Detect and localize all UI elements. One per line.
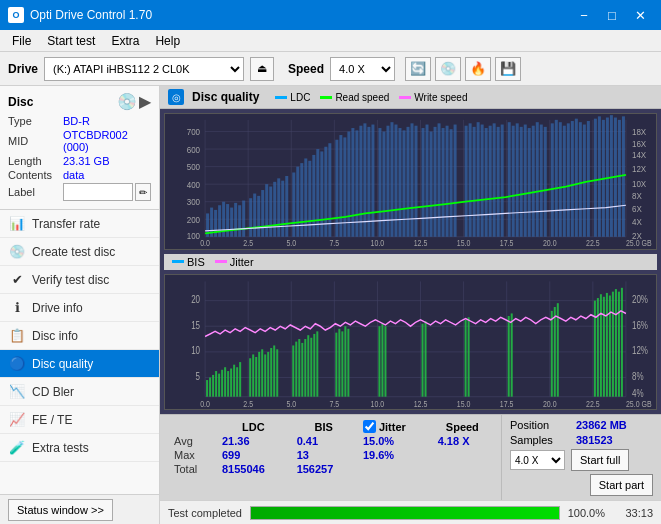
- svg-rect-183: [215, 371, 217, 397]
- speed-start-row: 4.0 X Start full: [510, 449, 653, 471]
- svg-text:5.0: 5.0: [286, 239, 296, 249]
- menubar: File Start test Extra Help: [0, 30, 661, 52]
- svg-text:12X: 12X: [632, 164, 646, 175]
- svg-rect-220: [425, 321, 427, 397]
- disc-info-icon[interactable]: 💿: [117, 92, 137, 111]
- svg-rect-209: [313, 333, 315, 396]
- svg-rect-118: [520, 127, 523, 237]
- status-window-btn[interactable]: Status window >>: [8, 499, 113, 521]
- start-full-button[interactable]: Start full: [571, 449, 629, 471]
- position-label: Position: [510, 419, 570, 431]
- sidebar-item-fe-te[interactable]: 📈 FE / TE: [0, 406, 159, 434]
- label-input[interactable]: [63, 183, 133, 201]
- sidebar: Disc 💿 ▶ Type BD-R MID OTCBDR002 (000) L…: [0, 86, 160, 524]
- sidebar-item-transfer-rate[interactable]: 📊 Transfer rate: [0, 210, 159, 238]
- svg-rect-56: [249, 198, 252, 237]
- stats-bar: LDC BIS Jitter Speed Avg 21.36: [160, 414, 661, 500]
- svg-rect-58: [257, 196, 260, 237]
- jitter-checkbox[interactable]: [363, 420, 376, 433]
- legend-write-speed-label: Write speed: [414, 92, 467, 103]
- svg-text:2.5: 2.5: [243, 399, 253, 409]
- jitter-checkbox-row: Jitter: [363, 420, 426, 433]
- svg-rect-80: [351, 128, 354, 237]
- svg-text:22.5: 22.5: [586, 239, 600, 249]
- svg-text:12.5: 12.5: [414, 239, 428, 249]
- svg-rect-76: [335, 140, 338, 237]
- svg-rect-96: [422, 128, 425, 237]
- svg-rect-85: [371, 125, 374, 237]
- svg-rect-55: [242, 201, 245, 237]
- sidebar-item-cd-bler[interactable]: 📉 CD Bler: [0, 378, 159, 406]
- svg-rect-94: [411, 123, 414, 236]
- svg-rect-61: [269, 187, 272, 237]
- svg-rect-104: [454, 125, 457, 237]
- burn-icon-btn[interactable]: 🔥: [465, 57, 491, 81]
- svg-rect-75: [328, 143, 331, 237]
- col-ldc: LDC: [216, 419, 291, 434]
- sidebar-item-disc-info[interactable]: 📋 Disc info: [0, 322, 159, 350]
- sidebar-item-disc-quality[interactable]: 🔵 Disc quality: [0, 350, 159, 378]
- sidebar-item-drive-info[interactable]: ℹ Drive info: [0, 294, 159, 322]
- refresh-icon-btn[interactable]: 🔄: [405, 57, 431, 81]
- svg-text:20%: 20%: [632, 294, 648, 305]
- svg-text:4%: 4%: [632, 387, 644, 398]
- minimize-button[interactable]: −: [571, 5, 597, 25]
- svg-text:15.0: 15.0: [457, 399, 471, 409]
- svg-rect-114: [501, 125, 504, 237]
- svg-text:20.0: 20.0: [543, 399, 557, 409]
- svg-rect-115: [508, 122, 511, 237]
- drive-select[interactable]: (K:) ATAPI iHBS112 2 CL0K: [44, 57, 244, 81]
- menu-extra[interactable]: Extra: [103, 32, 147, 50]
- svg-text:10: 10: [191, 345, 200, 356]
- close-button[interactable]: ✕: [627, 5, 653, 25]
- sidebar-item-extra-tests[interactable]: 🧪 Extra tests: [0, 434, 159, 462]
- eject-button[interactable]: ⏏: [250, 57, 274, 81]
- legend-jitter-dot: [215, 260, 227, 263]
- disc-icon-btn[interactable]: 💿: [435, 57, 461, 81]
- svg-text:5: 5: [196, 371, 200, 382]
- svg-rect-103: [450, 129, 453, 237]
- max-jitter: 19.6%: [357, 448, 432, 462]
- svg-rect-233: [609, 295, 611, 396]
- titlebar-controls: − □ ✕: [571, 5, 653, 25]
- svg-text:600: 600: [187, 144, 201, 155]
- speed-select-stats[interactable]: 4.0 X: [510, 450, 565, 470]
- legend-jitter-label: Jitter: [230, 256, 254, 268]
- svg-rect-65: [285, 176, 288, 237]
- menu-help[interactable]: Help: [147, 32, 188, 50]
- legend-read-speed-dot: [320, 96, 332, 99]
- disc-quality-icon: 🔵: [8, 355, 26, 373]
- svg-rect-136: [598, 116, 601, 236]
- legend-bis-dot: [172, 260, 184, 263]
- menu-start-test[interactable]: Start test: [39, 32, 103, 50]
- svg-text:2.5: 2.5: [243, 239, 253, 249]
- svg-rect-142: [622, 116, 625, 236]
- samples-value: 381523: [576, 434, 613, 446]
- svg-rect-235: [615, 289, 617, 397]
- svg-rect-66: [292, 172, 295, 236]
- svg-rect-196: [261, 349, 263, 396]
- sidebar-item-create-test-disc[interactable]: 💿 Create test disc: [0, 238, 159, 266]
- svg-text:400: 400: [187, 179, 201, 190]
- speed-select-toolbar[interactable]: 4.0 X: [330, 57, 395, 81]
- menu-file[interactable]: File: [4, 32, 39, 50]
- svg-rect-81: [355, 130, 358, 236]
- svg-rect-216: [378, 326, 380, 396]
- svg-rect-182: [212, 374, 214, 396]
- svg-rect-222: [468, 317, 470, 396]
- sidebar-item-verify-test-disc[interactable]: ✔ Verify test disc: [0, 266, 159, 294]
- svg-rect-232: [606, 292, 608, 396]
- maximize-button[interactable]: □: [599, 5, 625, 25]
- svg-rect-91: [398, 128, 401, 237]
- start-part-button[interactable]: Start part: [590, 474, 653, 496]
- disc-arrow-icon[interactable]: ▶: [139, 92, 151, 111]
- svg-rect-126: [555, 120, 558, 237]
- svg-rect-132: [579, 122, 582, 237]
- samples-label: Samples: [510, 434, 570, 446]
- svg-rect-112: [493, 123, 496, 236]
- svg-text:700: 700: [187, 126, 201, 137]
- save-icon-btn[interactable]: 💾: [495, 57, 521, 81]
- label-edit-btn[interactable]: ✏: [135, 183, 151, 201]
- svg-rect-208: [310, 337, 312, 396]
- bottom-bar: Test completed 100.0% 33:13: [160, 500, 661, 524]
